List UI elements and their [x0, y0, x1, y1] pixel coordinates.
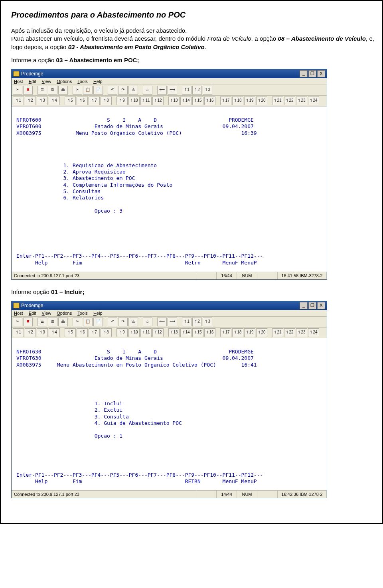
fkey-button[interactable]: ↿14: [180, 328, 192, 337]
menu-host[interactable]: Host: [14, 79, 23, 84]
toolbar-button[interactable]: ✂: [13, 318, 22, 326]
fkey-button[interactable]: ↿2: [25, 328, 36, 337]
toolbar-button[interactable]: 📄: [93, 86, 103, 95]
toolbar-button[interactable]: ≣: [38, 318, 47, 326]
toolbar-button[interactable]: ⚠: [128, 86, 138, 95]
fkey-button[interactable]: ↿12: [152, 328, 164, 337]
toolbar-button[interactable]: ⌂: [143, 318, 152, 326]
toolbar-button[interactable]: ⌂: [143, 86, 152, 95]
toolbar-button[interactable]: 📋: [83, 318, 93, 326]
toolbar-button[interactable]: ↿3: [203, 86, 212, 95]
fkey-button[interactable]: ↿10: [128, 328, 140, 337]
toolbar-button[interactable]: ⟵: [157, 318, 167, 326]
toolbar-button[interactable]: ✖: [23, 86, 33, 95]
toolbar-button[interactable]: ✖: [23, 318, 33, 326]
toolbar-button[interactable]: ↿1: [182, 318, 192, 326]
fkey-button[interactable]: ↿24: [308, 97, 319, 105]
fkey-button[interactable]: ↿23: [296, 328, 307, 337]
toolbar-button[interactable]: ✂: [73, 318, 82, 326]
menu-options[interactable]: Options: [57, 79, 72, 84]
menu-view[interactable]: View: [42, 79, 51, 84]
fkey-button[interactable]: ↿18: [232, 328, 243, 337]
menu-options[interactable]: Options: [57, 311, 72, 316]
fkey-button[interactable]: ↿22: [284, 328, 295, 337]
maximize-button[interactable]: ❐: [308, 302, 316, 309]
toolbar-button[interactable]: ⟵: [157, 86, 167, 95]
minimize-button[interactable]: _: [300, 302, 308, 309]
fkey-button[interactable]: ↿5: [65, 328, 76, 337]
fkey-button[interactable]: ↿19: [244, 328, 255, 337]
menu-help[interactable]: Help: [93, 79, 103, 84]
menu-help[interactable]: Help: [93, 311, 103, 316]
fkey-button[interactable]: ↿15: [192, 97, 203, 105]
fkey-button[interactable]: ↿22: [284, 97, 295, 105]
menu-edit[interactable]: Edit: [29, 79, 36, 84]
toolbar-button[interactable]: ↿2: [192, 318, 202, 326]
toolbar-button[interactable]: ↿3: [203, 318, 212, 326]
toolbar-button[interactable]: ↶: [108, 86, 117, 95]
toolbar-button[interactable]: 📋: [83, 86, 93, 95]
fkey-button[interactable]: ↿11: [140, 97, 152, 105]
fkey-button[interactable]: ↿2: [25, 97, 36, 105]
toolbar-button[interactable]: ↷: [118, 318, 128, 326]
toolbar-button[interactable]: ≣: [38, 86, 47, 95]
minimize-button[interactable]: _: [300, 70, 308, 77]
menu-edit[interactable]: Edit: [29, 311, 36, 316]
toolbar-button[interactable]: ✂: [13, 86, 22, 95]
fkey-button[interactable]: ↿13: [168, 328, 180, 337]
fkey-button[interactable]: ↿7: [89, 97, 100, 105]
menu-tools[interactable]: Tools: [77, 311, 88, 316]
fkey-button[interactable]: ↿23: [296, 97, 307, 105]
fkey-button[interactable]: ↿9: [116, 97, 128, 105]
close-button[interactable]: X: [317, 302, 325, 309]
fkey-button[interactable]: ↿3: [37, 97, 48, 105]
fkey-button[interactable]: ↿4: [49, 97, 60, 105]
toolbar-button[interactable]: ↿2: [192, 86, 202, 95]
fkey-button[interactable]: ↿8: [101, 328, 112, 337]
fkey-button[interactable]: ↿16: [204, 328, 215, 337]
toolbar-button[interactable]: 🖶: [58, 86, 68, 95]
fkey-button[interactable]: ↿18: [232, 97, 243, 105]
fkey-button[interactable]: ↿5: [65, 97, 76, 105]
fkey-button[interactable]: ↿20: [256, 97, 267, 105]
maximize-button[interactable]: ❐: [308, 70, 316, 77]
fkey-button[interactable]: ↿21: [272, 328, 283, 337]
toolbar-button[interactable]: 🖶: [58, 318, 68, 326]
menu-tools[interactable]: Tools: [77, 79, 88, 84]
fkey-button[interactable]: ↿10: [128, 97, 140, 105]
fkey-button[interactable]: ↿12: [152, 97, 164, 105]
toolbar-button[interactable]: 🗎: [48, 318, 57, 326]
fkey-button[interactable]: ↿7: [89, 328, 100, 337]
toolbar-button[interactable]: ↷: [118, 86, 128, 95]
fkey-button[interactable]: ↿16: [204, 97, 215, 105]
fkey-button[interactable]: ↿8: [101, 97, 112, 105]
fkey-button[interactable]: ↿6: [77, 97, 88, 105]
fkey-button[interactable]: ↿20: [256, 328, 267, 337]
fkey-button[interactable]: ↿3: [37, 328, 48, 337]
toolbar-button[interactable]: 📄: [93, 318, 103, 326]
toolbar-button[interactable]: ↿1: [182, 86, 192, 95]
fkey-button[interactable]: ↿4: [49, 328, 60, 337]
fkey-button[interactable]: ↿13: [168, 97, 180, 105]
menu-host[interactable]: Host: [14, 311, 23, 316]
toolbar-button[interactable]: ⚠: [128, 318, 138, 326]
close-button[interactable]: X: [317, 70, 325, 77]
fkey-button[interactable]: ↿17: [220, 97, 231, 105]
toolbar-button[interactable]: ✂: [73, 86, 82, 95]
fkey-button[interactable]: ↿21: [272, 97, 283, 105]
toolbar-button[interactable]: 🗎: [48, 86, 57, 95]
toolbar-button[interactable]: ⟶: [168, 86, 177, 95]
menu-view[interactable]: View: [42, 311, 51, 316]
toolbar-button[interactable]: ↶: [108, 318, 117, 326]
fkey-button[interactable]: ↿19: [244, 97, 255, 105]
toolbar-button[interactable]: ⟶: [168, 318, 177, 326]
fkey-button[interactable]: ↿15: [192, 328, 203, 337]
fkey-button[interactable]: ↿11: [140, 328, 152, 337]
fkey-button[interactable]: ↿17: [220, 328, 231, 337]
fkey-button[interactable]: ↿6: [77, 328, 88, 337]
fkey-button[interactable]: ↿14: [180, 97, 192, 105]
fkey-button[interactable]: ↿9: [116, 328, 128, 337]
fkey-button[interactable]: ↿24: [308, 328, 319, 337]
fkey-button[interactable]: ↿1: [13, 328, 24, 337]
fkey-button[interactable]: ↿1: [13, 97, 24, 105]
